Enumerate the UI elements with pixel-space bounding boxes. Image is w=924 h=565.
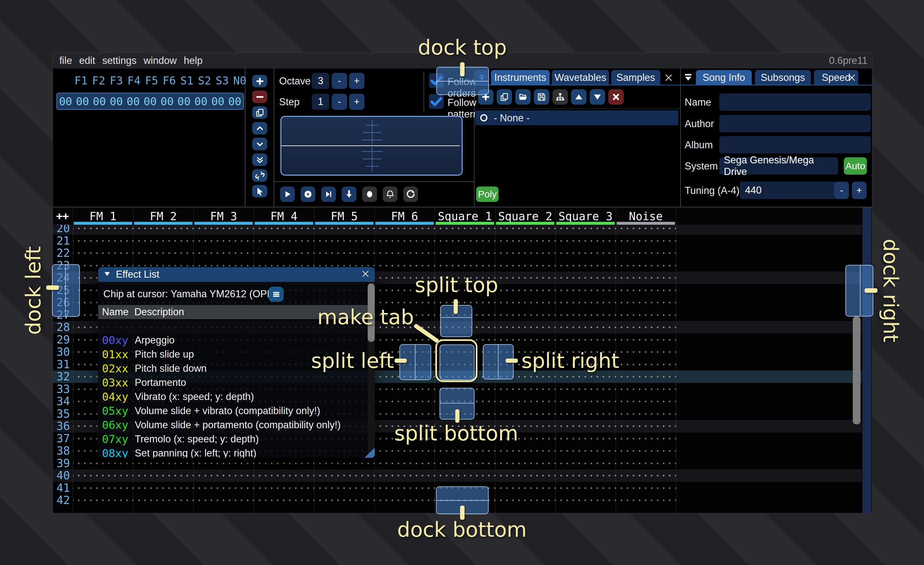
pattern-row[interactable]: 22 bbox=[53, 247, 862, 259]
close-icon[interactable] bbox=[663, 72, 674, 84]
metronome-bell-icon[interactable] bbox=[383, 186, 398, 202]
channel-header[interactable]: FM 2 bbox=[133, 210, 194, 223]
orders-active-row[interactable]: 0000000000000000000000 bbox=[57, 93, 244, 110]
pattern-corner-button[interactable]: ++ bbox=[56, 210, 69, 222]
tuning-field[interactable]: 440 bbox=[740, 182, 836, 199]
order-cell[interactable]: 00 bbox=[192, 95, 210, 108]
duplicate-icon[interactable] bbox=[496, 89, 512, 105]
play-icon[interactable] bbox=[280, 186, 295, 202]
unlink-icon[interactable] bbox=[252, 169, 267, 182]
channel-header[interactable]: Square 3 bbox=[555, 210, 616, 223]
repeat-icon[interactable] bbox=[403, 186, 418, 202]
duplicate-icon[interactable] bbox=[252, 106, 267, 119]
menu-item-file[interactable]: file bbox=[56, 55, 76, 66]
order-cell[interactable]: 00 bbox=[108, 95, 125, 108]
tuning-minus-button[interactable]: - bbox=[834, 182, 849, 199]
channel-header[interactable]: Square 2 bbox=[495, 210, 555, 223]
minus-icon[interactable] bbox=[252, 90, 267, 103]
step-plus-button[interactable]: + bbox=[349, 94, 364, 110]
collapse-triangle-icon[interactable] bbox=[103, 270, 111, 279]
effect-row[interactable]: 08xySet panning (x: left; y: right) bbox=[98, 446, 368, 458]
follow-pattern-checkbox[interactable] bbox=[429, 94, 444, 109]
effect-row[interactable]: 04xyVibrato (x: speed; y: depth) bbox=[98, 390, 368, 404]
order-cell[interactable]: 00 bbox=[74, 95, 91, 108]
tab-wavetables[interactable]: Wavetables bbox=[552, 70, 609, 86]
octave-value[interactable]: 3 bbox=[312, 73, 329, 89]
order-cell[interactable]: 00 bbox=[125, 95, 142, 108]
octave-minus-button[interactable]: - bbox=[332, 73, 347, 89]
step-one-icon[interactable] bbox=[321, 186, 336, 202]
channel-header[interactable]: FM 3 bbox=[194, 210, 254, 223]
resize-grip[interactable] bbox=[364, 448, 375, 458]
order-cell[interactable]: 00 bbox=[176, 95, 192, 108]
triangle-up-icon[interactable] bbox=[571, 89, 586, 105]
menu-item-help[interactable]: help bbox=[180, 55, 206, 66]
close-icon[interactable] bbox=[847, 72, 857, 84]
channel-activity-bar bbox=[315, 222, 374, 225]
pointer-dock-left bbox=[46, 286, 59, 290]
auto-button[interactable]: Auto bbox=[844, 157, 867, 174]
step-value[interactable]: 1 bbox=[312, 94, 329, 110]
effect-row[interactable]: 05xyVolume slide + vibrato (compatibilit… bbox=[98, 404, 368, 418]
play-pattern-icon[interactable] bbox=[301, 186, 315, 202]
chevrons-down-icon[interactable] bbox=[252, 153, 267, 166]
delete-x-icon[interactable] bbox=[608, 89, 624, 105]
menu-item-window[interactable]: window bbox=[140, 55, 180, 66]
scrollbar-thumb[interactable] bbox=[853, 316, 861, 424]
channel-header[interactable]: Noise bbox=[616, 210, 676, 223]
menu-item-edit[interactable]: edit bbox=[76, 55, 99, 66]
channel-header[interactable]: Square 1 bbox=[435, 210, 495, 223]
save-icon[interactable] bbox=[534, 89, 549, 105]
tab-instruments[interactable]: Instruments bbox=[491, 70, 550, 86]
channel-header[interactable]: FM 5 bbox=[314, 210, 374, 223]
channel-header[interactable]: FM 6 bbox=[374, 210, 435, 223]
cursor-icon[interactable] bbox=[252, 185, 267, 197]
system-field[interactable]: Sega Genesis/Mega Drive bbox=[719, 157, 838, 174]
step-minus-button[interactable]: - bbox=[332, 94, 347, 110]
channel-header[interactable]: FM 4 bbox=[254, 210, 314, 223]
arrow-down-icon[interactable] bbox=[342, 186, 357, 202]
name-field[interactable] bbox=[719, 93, 871, 111]
chevron-up-icon[interactable] bbox=[252, 122, 267, 135]
effect-row[interactable]: 07xyTremolo (x: speed; y: depth) bbox=[98, 432, 368, 446]
tab-samples[interactable]: Samples bbox=[611, 70, 660, 86]
order-cell[interactable]: 00 bbox=[91, 95, 108, 108]
chevron-down-icon[interactable] bbox=[252, 138, 267, 150]
pointer-split-right bbox=[506, 359, 518, 363]
tuning-plus-button[interactable]: + bbox=[852, 182, 867, 199]
effect-row[interactable]: 06xyVolume slide + portamento (compatibi… bbox=[98, 418, 368, 432]
tree-icon[interactable] bbox=[552, 89, 568, 105]
channel-header[interactable]: FM 1 bbox=[73, 210, 133, 223]
tab-song-info[interactable]: Song Info bbox=[696, 70, 752, 86]
plus-icon[interactable] bbox=[252, 75, 267, 87]
order-cell[interactable]: 00 bbox=[226, 95, 243, 108]
record-icon[interactable] bbox=[362, 186, 377, 202]
close-icon[interactable] bbox=[361, 269, 370, 280]
album-field[interactable] bbox=[719, 136, 871, 153]
instrument-list-item[interactable]: - None - bbox=[475, 110, 678, 125]
row-number: 39 bbox=[56, 457, 71, 470]
tab-list-icon[interactable] bbox=[683, 72, 694, 84]
effect-list-titlebar[interactable]: Effect List bbox=[98, 267, 375, 282]
scrollbar-track[interactable] bbox=[862, 207, 872, 513]
effect-row[interactable]: 03xxPortamento bbox=[98, 376, 368, 390]
author-field[interactable] bbox=[719, 115, 871, 132]
panel-divider[interactable] bbox=[245, 68, 245, 207]
pattern-row[interactable]: 40 bbox=[53, 469, 862, 482]
menu-hamburger-icon[interactable] bbox=[268, 287, 284, 302]
pattern-row[interactable]: 21 bbox=[53, 235, 862, 247]
pattern-row[interactable]: 39 bbox=[53, 457, 862, 470]
make-tab-highlight bbox=[435, 339, 477, 382]
tab-subsongs[interactable]: Subsongs bbox=[755, 70, 811, 86]
order-cell[interactable]: 00 bbox=[210, 95, 226, 108]
open-folder-icon[interactable] bbox=[515, 89, 531, 105]
order-cell[interactable]: 00 bbox=[159, 95, 176, 108]
dock-left-target[interactable] bbox=[52, 264, 80, 317]
effect-row[interactable]: 00xyArpeggio bbox=[98, 333, 368, 347]
menu-item-settings[interactable]: settings bbox=[99, 55, 140, 66]
orders-column-header: S3 bbox=[213, 74, 231, 87]
effect-description: Portamento bbox=[135, 376, 186, 390]
order-cell[interactable]: 00 bbox=[142, 95, 159, 108]
octave-plus-button[interactable]: + bbox=[349, 73, 364, 89]
triangle-down-icon[interactable] bbox=[590, 89, 605, 105]
